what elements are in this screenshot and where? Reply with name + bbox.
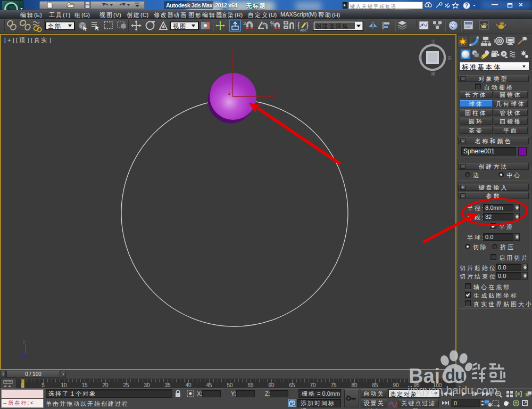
svg-text:du: du bbox=[445, 366, 464, 385]
